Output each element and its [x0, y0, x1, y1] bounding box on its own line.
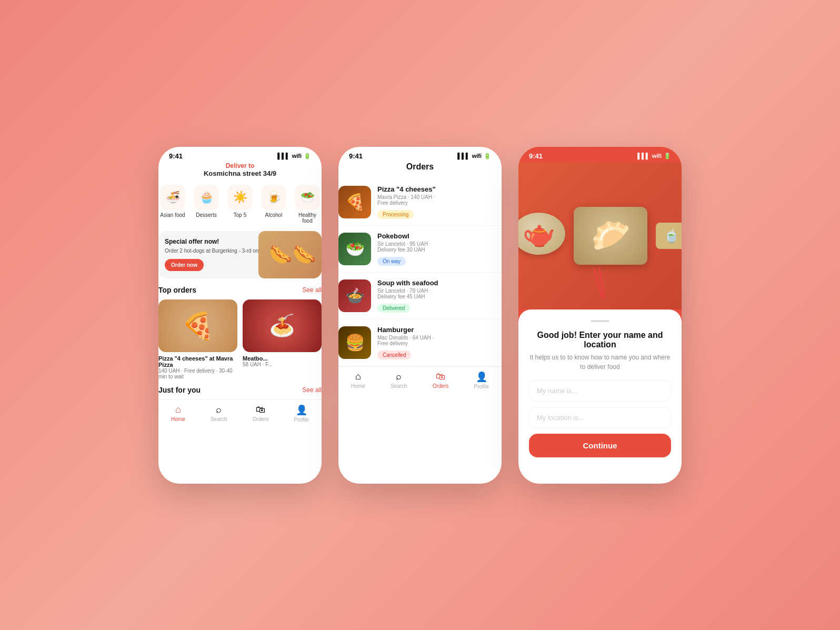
bottom-sheet: Good job! Enter your name and location I…	[518, 309, 682, 484]
alcohol-label: Alcohol	[265, 212, 283, 218]
pizza-order-meta: Mavra Pizza · 140 UAH ·Free delivery	[377, 194, 502, 206]
nav2-orders[interactable]: 🛍 Orders	[433, 371, 449, 389]
battery-icon-2: 🔋	[484, 153, 491, 159]
top5-icon: ☀️	[227, 185, 253, 210]
pizza-meta: 140 UAH · Free delivery · 30-40 min to w…	[158, 368, 237, 379]
pizza-order-img: 🍕	[338, 186, 371, 218]
category-desserts[interactable]: 🧁 Desserts	[192, 185, 221, 224]
alcohol-icon: 🍺	[261, 185, 286, 210]
soup-order-img: 🍲	[338, 279, 371, 312]
orders-nav-label: Orders	[253, 416, 269, 422]
search-nav-label-2: Search	[391, 383, 407, 389]
home-icon: ⌂	[175, 404, 181, 415]
order-row-soup[interactable]: 🍲 Soup with seafood Sir Lancelot · 78 UA…	[338, 273, 502, 319]
pizza-name: Pizza "4 cheeses" at Mavra Pizza	[158, 355, 237, 368]
pokebowl-order-name: Pokebowl	[377, 232, 502, 240]
signal-icon-3: ▌▌▌	[637, 153, 649, 159]
burger-img-bg: 🍔	[338, 326, 371, 359]
time-3: 9:41	[529, 152, 543, 160]
hero-bg: 🫖 🥟 🍵	[518, 162, 682, 309]
status-icons-2: ▌▌▌ wifi 🔋	[457, 153, 491, 159]
category-top5[interactable]: ☀️ Top 5	[226, 185, 254, 224]
category-healthy[interactable]: 🥗 Healthy food	[293, 185, 322, 224]
deliver-label: Deliver to	[158, 162, 322, 169]
meatball-image: 🍝	[243, 299, 322, 352]
pizza-visual: 🍕	[158, 299, 237, 352]
categories-list: 🍜 Asian food 🧁 Desserts ☀️ Top 5 🍺 Alcoh…	[158, 185, 322, 224]
pizza-img-bg: 🍕	[338, 186, 371, 218]
just-for-you-title: Just for you	[158, 386, 201, 394]
nav-orders[interactable]: 🛍 Orders	[253, 404, 269, 423]
nav-home[interactable]: ⌂ Home	[171, 404, 185, 423]
sauce-cup: 🍵	[656, 223, 682, 249]
order-card-pizza[interactable]: 🍕 Pizza "4 cheeses" at Mavra Pizza 140 U…	[158, 299, 237, 379]
delivered-badge: Delivered	[377, 304, 410, 313]
processing-badge: Processing	[377, 210, 414, 219]
chopsticks-visual	[597, 267, 603, 299]
category-alcohol[interactable]: 🍺 Alcohol	[259, 185, 288, 224]
nav2-profile[interactable]: 👤 Profile	[474, 371, 489, 389]
nav2-search[interactable]: ⌕ Search	[391, 371, 407, 389]
location-input[interactable]	[529, 407, 671, 428]
top-orders-title: Top orders	[158, 286, 196, 294]
time-1: 9:41	[169, 152, 183, 160]
status-bar-1: 9:41 ▌▌▌ wifi 🔋	[158, 147, 322, 162]
name-input[interactable]	[529, 380, 671, 402]
soup-order-name: Soup with seafood	[377, 279, 502, 287]
orders-page-title: Orders	[338, 162, 502, 172]
pokebowl-order-meta: Sir Lancelot · 95 UAH ·Delivery fee 30 U…	[377, 241, 502, 253]
pizza-order-info: Pizza "4 cheeses" Mavra Pizza · 140 UAH …	[377, 185, 502, 219]
continue-button[interactable]: Continue	[529, 434, 671, 457]
hamburger-order-info: Hamburger Mac Donalds · 64 UAH ·Free del…	[377, 326, 502, 359]
status-icons-1: ▌▌▌ wifi 🔋	[277, 153, 311, 159]
just-for-you-see-all[interactable]: See all	[302, 386, 322, 394]
screen-onboarding: 9:41 ▌▌▌ wifi 🔋 🫖 🥟 🍵	[518, 147, 682, 484]
deliver-to-section: Deliver to Kosmichna street 34/9	[158, 162, 322, 177]
order-now-button[interactable]: Order now	[165, 259, 204, 271]
order-row-hamburger[interactable]: 🍔 Hamburger Mac Donalds · 64 UAH ·Free d…	[338, 319, 502, 366]
category-asian[interactable]: 🍜 Asian food	[158, 185, 187, 224]
order-row-pokebowl[interactable]: 🥗 Pokebowl Sir Lancelot · 95 UAH ·Delive…	[338, 226, 502, 273]
meatball-name: Meatbo...	[243, 355, 322, 362]
soup-order-meta: Sir Lancelot · 78 UAH ·Delivery fee 45 U…	[377, 288, 502, 299]
bottom-nav-2: ⌂ Home ⌕ Search 🛍 Orders 👤 Profile	[338, 366, 502, 395]
top-orders-header: Top orders See all	[158, 286, 322, 294]
cancelled-badge: Cancelled	[377, 351, 411, 359]
screen-home: 9:41 ▌▌▌ wifi 🔋 Deliver to Kosmichna str…	[158, 147, 322, 484]
hamburger-order-img: 🍔	[338, 326, 371, 359]
sheet-subtitle: It helps us to to know how to name you a…	[529, 353, 671, 372]
orders-nav-label-2: Orders	[433, 383, 449, 389]
status-bar-2: 9:41 ▌▌▌ wifi 🔋	[338, 147, 502, 162]
asian-food-icon: 🍜	[160, 185, 185, 210]
hotdog-illustration: 🌭🌭	[269, 244, 316, 266]
desserts-icon: 🧁	[194, 185, 219, 210]
order-row-pizza[interactable]: 🍕 Pizza "4 cheeses" Mavra Pizza · 140 UA…	[338, 179, 502, 226]
nav-search[interactable]: ⌕ Search	[211, 404, 227, 423]
search-nav-label: Search	[211, 416, 227, 422]
profile-nav-label: Profile	[294, 417, 309, 423]
nav2-home[interactable]: ⌂ Home	[351, 371, 365, 389]
soup-img-bg: 🍲	[338, 279, 371, 312]
deliver-address: Kosmichna street 34/9	[158, 169, 322, 177]
battery-icon-3: 🔋	[664, 153, 671, 159]
meatball-visual: 🍝	[243, 299, 322, 352]
healthy-label: Healthy food	[293, 212, 322, 224]
signal-icon: ▌▌▌	[277, 153, 289, 159]
wifi-icon: wifi	[292, 153, 302, 159]
asian-food-label: Asian food	[160, 212, 185, 218]
time-2: 9:41	[349, 152, 363, 160]
healthy-icon: 🥗	[295, 185, 320, 210]
top-orders-see-all[interactable]: See all	[302, 286, 322, 294]
pizza-image: 🍕	[158, 299, 237, 352]
pizza-order-name: Pizza "4 cheeses"	[377, 185, 502, 193]
home-content: Deliver to Kosmichna street 34/9 🍜 Asian…	[158, 162, 322, 399]
top5-label: Top 5	[234, 212, 246, 218]
hamburger-order-name: Hamburger	[377, 326, 502, 334]
home-icon-2: ⌂	[355, 371, 361, 382]
bottom-nav-1: ⌂ Home ⌕ Search 🛍 Orders 👤 Profile	[158, 399, 322, 428]
signal-icon-2: ▌▌▌	[457, 153, 469, 159]
order-card-meatball[interactable]: 🍝 Meatbo... 58 UAH · F...	[243, 299, 322, 379]
orders-icon-2: 🛍	[436, 371, 445, 382]
top-orders-list: 🍕 Pizza "4 cheeses" at Mavra Pizza 140 U…	[158, 299, 322, 379]
nav-profile[interactable]: 👤 Profile	[294, 404, 309, 423]
